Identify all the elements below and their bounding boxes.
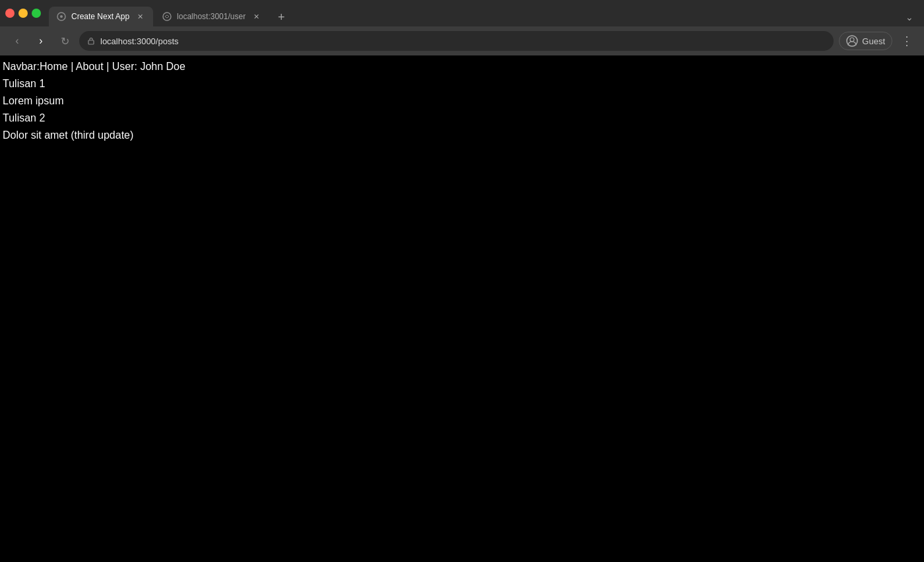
maximize-button[interactable]: [32, 9, 41, 18]
address-bar[interactable]: localhost:3000/posts: [79, 31, 834, 51]
profile-label: Guest: [862, 36, 885, 46]
content-line-3: Lorem ipsum: [0, 92, 924, 110]
address-text: localhost:3000/posts: [100, 36, 826, 46]
tab-title-1: Create Next App: [71, 12, 129, 21]
tab-close-1[interactable]: ✕: [135, 11, 145, 22]
browser-menu-button[interactable]: ⋮: [898, 32, 916, 50]
svg-rect-3: [88, 40, 94, 44]
tab-favicon-1: [57, 12, 66, 21]
tab-bar: Create Next App ✕ localhost:3001/user ✕ …: [49, 0, 919, 26]
content-line-2: Tulisan 1: [0, 75, 924, 92]
content-line-5: Dolor sit amet (third update): [0, 127, 924, 144]
svg-point-1: [60, 15, 63, 18]
tab-close-2[interactable]: ✕: [251, 11, 261, 22]
tab-overflow-button[interactable]: ⌄: [900, 8, 919, 26]
back-button[interactable]: ‹: [8, 32, 26, 50]
svg-point-5: [850, 38, 854, 42]
profile-icon: [846, 35, 858, 47]
svg-point-2: [163, 13, 171, 20]
minimize-button[interactable]: [18, 9, 28, 18]
tab-title-2: localhost:3001/user: [177, 12, 246, 21]
close-button[interactable]: [5, 9, 15, 18]
content-line-1: Navbar:Home | About | User: John Doe: [0, 58, 924, 75]
reload-button[interactable]: ↻: [55, 32, 74, 50]
content-line-4: Tulisan 2: [0, 110, 924, 127]
new-tab-button[interactable]: +: [272, 8, 290, 26]
tab-create-next-app[interactable]: Create Next App ✕: [49, 7, 153, 26]
page-content: Navbar:Home | About | User: John DoeTuli…: [0, 55, 924, 562]
address-lock-icon: [87, 37, 95, 45]
tab-localhost[interactable]: localhost:3001/user ✕: [154, 7, 269, 26]
profile-area[interactable]: Guest: [839, 32, 892, 50]
navigation-bar: ‹ › ↻ localhost:3000/posts Guest ⋮: [0, 26, 924, 55]
title-bar: Create Next App ✕ localhost:3001/user ✕ …: [0, 0, 924, 26]
window-controls: [5, 9, 41, 18]
forward-button[interactable]: ›: [32, 32, 50, 50]
tab-favicon-2: [162, 12, 172, 21]
